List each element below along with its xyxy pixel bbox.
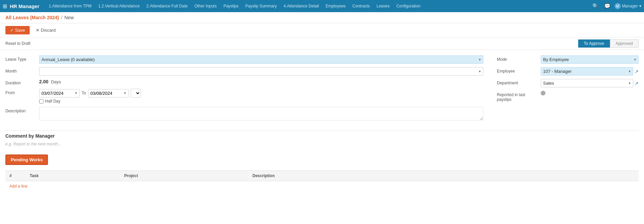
leave-type-row: Leave Type Annual_Leave (0 available): [5, 55, 483, 64]
table-header-task: Task: [26, 173, 120, 178]
half-day-checkbox[interactable]: [39, 99, 44, 104]
table-header-description: Description: [248, 173, 639, 178]
duration-label: Duration: [5, 79, 39, 85]
breadcrumb-separator: /: [61, 15, 62, 20]
duration-field: 2.00 Days: [39, 79, 483, 84]
employee-field: 107 - Manager ↗: [541, 67, 639, 76]
table-header: # Task Project Description: [5, 171, 639, 181]
discard-button[interactable]: ✕ Discard: [32, 26, 59, 34]
add-line-button[interactable]: Add a line: [5, 181, 31, 191]
comment-section: Comment by Manager e.g. Report to the ne…: [5, 130, 639, 149]
nav-contracts[interactable]: Contracts: [350, 0, 372, 12]
nav-attendance-full-date[interactable]: 2.Attendance Full Date: [144, 0, 190, 12]
from-date-wrap[interactable]: [39, 89, 80, 97]
leave-type-select[interactable]: Annual_Leave (0 available): [39, 55, 483, 64]
status-to-approve[interactable]: To Approve: [578, 39, 610, 48]
description-textarea[interactable]: [39, 107, 483, 120]
app-title: HR Manager: [10, 3, 39, 9]
nav-other-inputs[interactable]: Other Inputs: [192, 0, 219, 12]
reported-row: Reported in last payslips: [497, 91, 639, 102]
form-right-col: Mode By Employee Employee 107 - Manager: [497, 55, 639, 125]
leave-type-field[interactable]: Annual_Leave (0 available): [39, 55, 483, 64]
form-area: Leave Type Annual_Leave (0 available) Mo…: [0, 50, 644, 197]
form-two-col: Leave Type Annual_Leave (0 available) Mo…: [5, 55, 639, 125]
table-header-num: #: [5, 173, 26, 178]
status-approved[interactable]: Approved: [610, 39, 639, 48]
status-bar: Reset to Draft To Approve Approved: [0, 37, 644, 50]
table-header-project: Project: [120, 173, 248, 178]
reset-to-draft-button[interactable]: Reset to Draft: [5, 41, 30, 46]
search-icon[interactable]: 🔍: [591, 3, 600, 9]
breadcrumb-current: New: [64, 15, 74, 20]
app-grid-icon: ⊞: [3, 3, 7, 9]
from-date-input[interactable]: [39, 89, 80, 97]
duration-value: 2.00: [39, 78, 48, 84]
month-label: Month: [5, 67, 39, 74]
nav-payslips[interactable]: Payslips: [221, 0, 241, 12]
from-to-field: To Half Day: [39, 89, 483, 104]
table-section: # Task Project Description Add a line: [5, 170, 639, 191]
user-label: Manager: [622, 4, 638, 8]
duration-unit: Days: [51, 79, 61, 84]
mode-select[interactable]: By Employee: [541, 55, 639, 64]
department-label: Department: [497, 79, 541, 85]
status-steps: To Approve Approved: [578, 39, 639, 48]
reported-field: [541, 91, 639, 95]
half-day-row: Half Day: [39, 99, 483, 104]
form-left-col: Leave Type Annual_Leave (0 available) Mo…: [5, 55, 497, 125]
reported-indicator: [541, 91, 545, 95]
description-label: Description: [5, 107, 39, 113]
description-row: Description: [5, 107, 483, 121]
mode-field[interactable]: By Employee: [541, 55, 639, 64]
month-field[interactable]: [39, 67, 483, 76]
department-select-wrap[interactable]: Sales: [541, 79, 633, 87]
employee-row: Employee 107 - Manager ↗: [497, 67, 639, 76]
department-select[interactable]: Sales: [541, 79, 633, 87]
duration-row: Duration 2.00 Days: [5, 79, 483, 85]
nav-payslip-summary[interactable]: Payslip Summary: [243, 0, 279, 12]
to-date-input[interactable]: [88, 89, 129, 97]
comment-title: Comment by Manager: [5, 133, 639, 139]
date-range-row: To: [39, 89, 483, 97]
nav-leaves[interactable]: Leaves: [374, 0, 392, 12]
from-to-row: From To: [5, 89, 483, 104]
nav-vertical-attendance[interactable]: 1.2.Vertical Attendance: [96, 0, 142, 12]
user-avatar: M: [615, 3, 621, 9]
employee-label: Employee: [497, 67, 541, 74]
user-dropdown-icon: ▾: [639, 4, 641, 8]
department-field: Sales ↗: [541, 79, 639, 87]
reported-label: Reported in last payslips: [497, 91, 541, 102]
nav-right-section: 🔍 💬 M Manager ▾: [591, 3, 641, 9]
to-label: To: [82, 91, 86, 95]
department-external-link-icon[interactable]: ↗: [635, 81, 639, 86]
mode-row: Mode By Employee: [497, 55, 639, 64]
comment-placeholder: e.g. Report to the next month...: [5, 142, 61, 146]
description-field[interactable]: [39, 107, 483, 121]
from-label: From: [5, 89, 39, 95]
nav-attendance-tpm[interactable]: 1.Attendance from TPM: [46, 0, 95, 12]
table-body: Add a line: [5, 181, 639, 191]
toolbar: ✓ Save ✕ Discard: [0, 23, 644, 37]
leave-type-label: Leave Type: [5, 55, 39, 62]
mode-label: Mode: [497, 55, 541, 62]
chat-icon[interactable]: 💬: [603, 3, 612, 9]
nav-configuration[interactable]: Configuration: [394, 0, 423, 12]
month-row: Month: [5, 67, 483, 76]
department-row: Department Sales ↗: [497, 79, 639, 87]
breadcrumb-parent[interactable]: All Leaves (March 2024): [5, 15, 59, 20]
nav-attendance-detail[interactable]: 4.Attendance Detail: [281, 0, 322, 12]
to-date-ampm-select[interactable]: [131, 89, 141, 97]
half-day-label: Half Day: [45, 99, 60, 104]
breadcrumb: All Leaves (March 2024) / New: [0, 12, 644, 23]
employee-select-wrap[interactable]: 107 - Manager: [541, 67, 633, 76]
top-navigation: ⊞ HR Manager 1.Attendance from TPM 1.2.V…: [0, 0, 644, 12]
employee-select[interactable]: 107 - Manager: [541, 67, 633, 76]
to-date-wrap[interactable]: [88, 89, 129, 97]
month-select[interactable]: [39, 67, 483, 76]
pending-works-button[interactable]: Pending Works: [5, 155, 48, 165]
pending-works-section: Pending Works: [5, 155, 639, 165]
save-button[interactable]: ✓ Save: [5, 26, 30, 34]
nav-employees[interactable]: Employees: [323, 0, 348, 12]
user-menu[interactable]: M Manager ▾: [615, 3, 641, 9]
employee-external-link-icon[interactable]: ↗: [635, 69, 639, 74]
